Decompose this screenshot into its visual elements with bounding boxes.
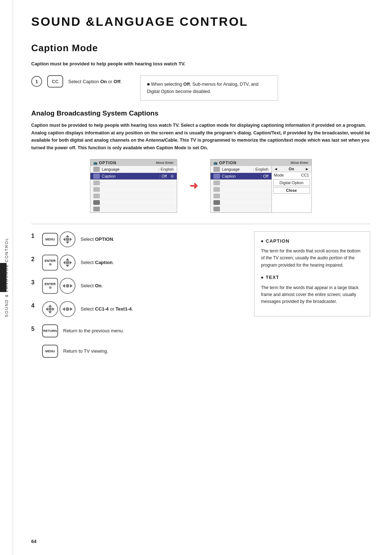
screen2: 📺 OPTION Move Enter Language : English [210, 159, 312, 213]
screen1-header-title: 📺 OPTION [93, 161, 117, 165]
screen2-header: 📺 OPTION Move Enter [211, 159, 311, 166]
step-row-3: 3 ENTER◎ Select On. [31, 278, 240, 294]
enter-button-2[interactable]: ENTER◎ [42, 255, 58, 271]
screen1-empty4 [90, 199, 177, 206]
arrow-right: ➜ [189, 180, 198, 192]
nav-down-4 [42, 301, 58, 317]
step3-text: Select On. [81, 283, 103, 288]
submenu-on: On [289, 167, 294, 171]
step2-icons: ENTER◎ [42, 255, 75, 271]
subsection-title: Analog Broadcasting System Captions [31, 109, 370, 117]
step-menu-text: Return to TV viewing. [63, 348, 108, 354]
step-row-1: 1 MENU [31, 231, 240, 247]
step5-text: Return to the previous menu. [63, 328, 124, 333]
step2-text: Select Caption. [81, 260, 114, 265]
sidebar: Sound & Language Control [0, 0, 13, 555]
steps-section: 1 MENU [31, 231, 370, 365]
step-top-row: 1 CC Select Caption On or Off. ■ When se… [31, 75, 370, 101]
text-info-title: TEXT [261, 274, 363, 281]
caption-info-title: CAPTION [261, 238, 363, 245]
screen2-row-caption: Caption : Off [211, 173, 271, 180]
body-paragraph: Caption must be provided to help people … [31, 122, 370, 152]
step1-instruction: Select Caption On or Off. [68, 79, 122, 84]
nav-circle-3 [60, 278, 75, 294]
submenu-close: Close [286, 188, 297, 193]
step-row-2: 2 ENTER◎ [31, 255, 240, 271]
step-menu-icons: MENU [42, 345, 58, 358]
submenu-mode-value: CC1 [301, 173, 309, 177]
nav-lr-4 [60, 301, 75, 317]
menu-button-last[interactable]: MENU [42, 345, 58, 358]
step-row-5: 5 RETURN Return to the previous menu. [31, 324, 240, 337]
step1-num: 1 [31, 233, 37, 239]
step2-num: 2 [31, 256, 37, 263]
step-row-4: 4 [31, 301, 240, 317]
screen-diagrams: 📺 OPTION Move Enter Language : English C… [31, 159, 370, 213]
cc-icon: CC [47, 75, 63, 88]
screen1-empty1 [90, 180, 177, 186]
screen2-left: Language : English Caption : Off [211, 166, 271, 212]
screen2-empty2 [211, 186, 271, 193]
caption-info-text: The term for the words that scroll acros… [261, 248, 363, 269]
step-top-left: 1 CC Select Caption On or Off. [31, 75, 126, 88]
step-row-menu: MENU Return to TV viewing. [31, 345, 240, 358]
sidebar-label: Sound & Language Control [4, 238, 9, 317]
return-button[interactable]: RETURN [42, 324, 58, 337]
text-info-text: The term for the words that appear in a … [261, 284, 363, 305]
step-note-box: ■ When selecting Off, Sub-menus for Anal… [140, 75, 278, 101]
divider [31, 224, 370, 224]
page-number: 64 [31, 539, 36, 544]
screen2-row-language: Language : English [211, 166, 271, 173]
nav-circle-2 [60, 255, 75, 271]
intro-note: Caption must be provided to help people … [31, 61, 370, 66]
screen2-header-title: 📺 OPTION [213, 161, 237, 165]
screen2-lang-icon [213, 167, 220, 172]
step4-text: Select CC1-4 or Text1-4. [81, 306, 133, 312]
screen1-row-language: Language : English [90, 166, 177, 173]
screen1-empty2 [90, 186, 177, 193]
section-title: Caption Mode [31, 42, 370, 55]
step1-text: Select OPTION. [81, 236, 114, 242]
screen2-body: Language : English Caption : Off [211, 166, 311, 212]
steps-right: CAPTION The term for the words that scro… [254, 231, 370, 365]
screen1: 📺 OPTION Move Enter Language : English C… [90, 159, 177, 213]
screen2-empty3 [211, 193, 271, 199]
screen2-empty1 [211, 180, 271, 186]
screen1-empty5 [90, 206, 177, 212]
step5-num: 5 [31, 326, 37, 332]
screen1-header-nav: Move Enter [156, 161, 174, 165]
step3-num: 3 [31, 279, 37, 286]
step4-num: 4 [31, 303, 37, 309]
menu-button-1[interactable]: MENU [42, 233, 58, 246]
enter-button-3[interactable]: ENTER◎ [42, 278, 58, 294]
nav-circle-1 [60, 231, 75, 247]
step5-icons: RETURN [42, 324, 58, 337]
screen2-empty4 [211, 199, 271, 206]
step1-circle: 1 [31, 76, 42, 87]
screen1-caption-icon [93, 174, 100, 179]
screen1-header: 📺 OPTION Move Enter [90, 159, 177, 166]
step4-icons [42, 301, 75, 317]
submenu-digital-option: Digital Option [279, 181, 303, 185]
screen2-caption-icon [213, 174, 220, 179]
main-content: Sound &Language Control Caption Mode Cap… [13, 0, 392, 555]
info-box: CAPTION The term for the words that scro… [254, 231, 370, 317]
steps-left: 1 MENU [31, 231, 240, 365]
step1-icons: MENU [42, 231, 75, 247]
screen2-submenu: ◄ On ► Mode CC1 Digital Option Close [271, 166, 311, 212]
screen2-header-nav: Move Enter [291, 161, 309, 165]
page-title: Sound &Language Control [31, 15, 370, 32]
screen1-lang-icon [93, 167, 100, 172]
submenu-mode-label: Mode [274, 173, 284, 177]
screen1-empty3 [90, 193, 177, 199]
screen2-empty5 [211, 206, 271, 212]
screen1-row-caption: Caption : Off ◎ [90, 173, 177, 180]
step3-icons: ENTER◎ [42, 278, 75, 294]
